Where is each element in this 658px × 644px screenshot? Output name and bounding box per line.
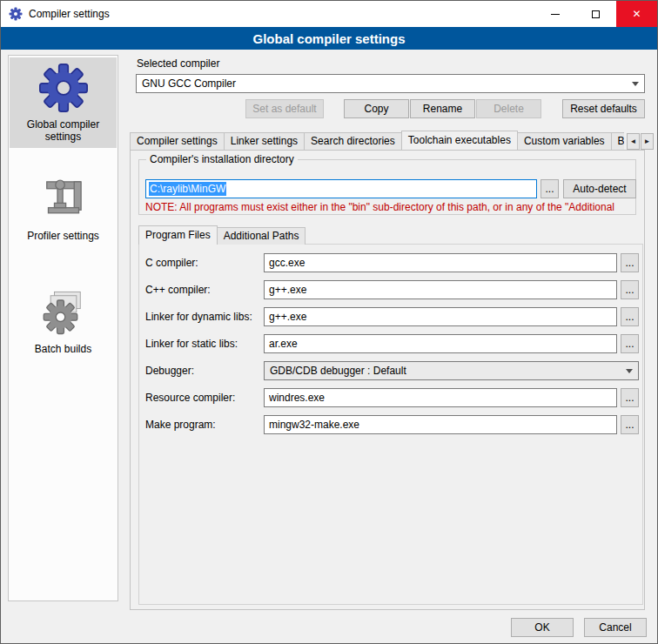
sidebar-item-batch-builds[interactable]: Batch builds bbox=[10, 282, 117, 360]
debugger-label: Debugger: bbox=[145, 365, 194, 377]
sidebar-item-profiler-settings[interactable]: Profiler settings bbox=[10, 169, 117, 247]
c-compiler-input[interactable] bbox=[264, 253, 617, 272]
subtab-program-files[interactable]: Program Files bbox=[138, 225, 218, 245]
sidebar: Global compiler settings Profiler settin… bbox=[8, 55, 118, 601]
selected-compiler-label: Selected compiler bbox=[137, 57, 219, 70]
installation-directory-input[interactable]: C:\raylib\MinGW bbox=[145, 179, 537, 198]
settings-tabs: Compiler settings Linker settings Search… bbox=[130, 131, 624, 150]
subtab-additional-paths[interactable]: Additional Paths bbox=[217, 227, 306, 245]
clamp-icon bbox=[39, 175, 88, 224]
minimize-icon bbox=[551, 14, 560, 15]
app-icon bbox=[9, 7, 23, 21]
compiler-settings-window: Compiler settings ✕ Global compiler sett… bbox=[0, 0, 658, 644]
minimize-button[interactable] bbox=[534, 1, 575, 27]
reset-defaults-button[interactable]: Reset defaults bbox=[562, 99, 645, 118]
titlebar: Compiler settings ✕ bbox=[1, 1, 657, 27]
rename-button[interactable]: Rename bbox=[410, 99, 475, 118]
static-linker-browse-button[interactable]: ... bbox=[621, 334, 639, 353]
browse-directory-button[interactable]: ... bbox=[540, 179, 559, 198]
maximize-icon bbox=[592, 10, 600, 18]
maximize-button[interactable] bbox=[575, 1, 616, 27]
tab-custom-variables[interactable]: Custom variables bbox=[517, 132, 612, 150]
gear-icon bbox=[39, 64, 88, 112]
static-linker-input[interactable] bbox=[264, 334, 617, 353]
tab-linker-settings[interactable]: Linker settings bbox=[224, 132, 305, 150]
make-program-browse-button[interactable]: ... bbox=[621, 415, 639, 434]
sidebar-item-label: Profiler settings bbox=[27, 230, 99, 242]
cancel-button[interactable]: Cancel bbox=[584, 618, 647, 637]
make-program-label: Make program: bbox=[145, 419, 216, 431]
make-program-input[interactable] bbox=[264, 415, 617, 434]
window-controls: ✕ bbox=[534, 1, 657, 27]
debugger-select[interactable]: GDB/CDB debugger : Default bbox=[264, 361, 639, 380]
ok-button[interactable]: OK bbox=[511, 618, 574, 637]
tab-build-options[interactable]: Buil bbox=[611, 132, 624, 150]
chevron-down-icon bbox=[621, 363, 637, 379]
tab-search-directories[interactable]: Search directories bbox=[304, 132, 402, 150]
dynamic-linker-label: Linker for dynamic libs: bbox=[145, 311, 252, 323]
installation-directory-group-title: Compiler's installation directory bbox=[146, 153, 298, 165]
resource-compiler-label: Resource compiler: bbox=[145, 392, 235, 404]
tab-scroll-right-button[interactable]: ► bbox=[641, 133, 654, 150]
window-title: Compiler settings bbox=[29, 8, 110, 20]
dynamic-linker-input[interactable] bbox=[264, 307, 617, 326]
dynamic-linker-browse-button[interactable]: ... bbox=[621, 307, 639, 326]
dialog-header-title: Global compiler settings bbox=[1, 27, 657, 50]
note-text: NOTE: All programs must exist either in … bbox=[145, 201, 643, 213]
toolchain-subtabs: Program Files Additional Paths bbox=[138, 225, 305, 245]
sidebar-item-label: Batch builds bbox=[35, 343, 91, 355]
tab-compiler-settings[interactable]: Compiler settings bbox=[130, 132, 225, 150]
batch-gear-icon bbox=[39, 288, 88, 337]
tab-scroll-left-button[interactable]: ◄ bbox=[627, 133, 640, 150]
static-linker-label: Linker for static libs: bbox=[145, 338, 238, 350]
sidebar-item-global-compiler-settings[interactable]: Global compiler settings bbox=[10, 57, 117, 148]
delete-button[interactable]: Delete bbox=[476, 99, 541, 118]
c-compiler-browse-button[interactable]: ... bbox=[621, 253, 639, 272]
close-button[interactable]: ✕ bbox=[616, 1, 657, 27]
tab-toolchain-executables[interactable]: Toolchain executables bbox=[401, 131, 518, 150]
resource-compiler-browse-button[interactable]: ... bbox=[621, 388, 639, 407]
chevron-down-icon bbox=[628, 76, 643, 91]
cpp-compiler-input[interactable] bbox=[264, 280, 617, 299]
auto-detect-button[interactable]: Auto-detect bbox=[563, 179, 636, 198]
selected-path-text: C:\raylib\MinGW bbox=[149, 182, 226, 196]
cpp-compiler-label: C++ compiler: bbox=[145, 284, 211, 296]
resource-compiler-input[interactable] bbox=[264, 388, 617, 407]
compiler-select-value: GNU GCC Compiler bbox=[142, 77, 236, 90]
c-compiler-label: C compiler: bbox=[145, 257, 198, 269]
copy-button[interactable]: Copy bbox=[344, 99, 409, 118]
debugger-select-value: GDB/CDB debugger : Default bbox=[270, 365, 406, 377]
cpp-compiler-browse-button[interactable]: ... bbox=[621, 280, 639, 299]
compiler-select[interactable]: GNU GCC Compiler bbox=[136, 74, 645, 93]
set-as-default-button[interactable]: Set as default bbox=[245, 99, 324, 118]
close-icon: ✕ bbox=[632, 8, 641, 20]
sidebar-item-label: Global compiler settings bbox=[27, 118, 99, 143]
